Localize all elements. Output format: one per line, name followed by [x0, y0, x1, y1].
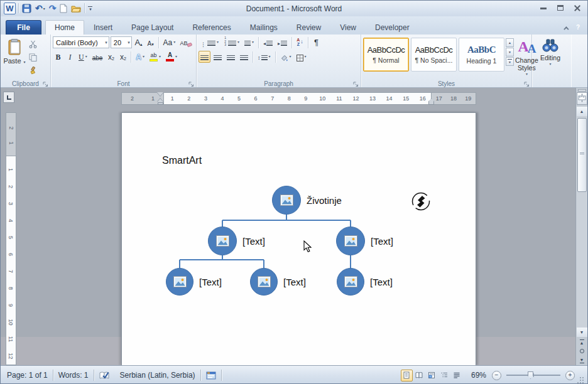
tab-references[interactable]: References: [183, 20, 240, 35]
style-normal[interactable]: AaBbCcDc ¶ Normal: [363, 38, 409, 72]
zoom-slider[interactable]: [506, 375, 560, 376]
cut-button[interactable]: [26, 39, 43, 50]
redo-button[interactable]: ↷: [48, 2, 57, 14]
picture-placeholder-icon[interactable]: [336, 227, 365, 255]
tab-file[interactable]: File: [6, 20, 41, 35]
grow-font-button[interactable]: A▴: [133, 36, 144, 48]
strikethrough-button[interactable]: abe: [90, 51, 105, 63]
zoom-slider-thumb[interactable]: [528, 371, 533, 379]
zoom-level[interactable]: 69%: [467, 368, 490, 383]
text-highlight-button[interactable]: ab ▾: [148, 51, 163, 63]
proofing-status-button[interactable]: [94, 368, 115, 383]
help-button[interactable]: ?: [573, 22, 583, 32]
justify-button[interactable]: [238, 51, 250, 63]
shrink-font-button[interactable]: A▾: [145, 36, 156, 48]
styles-more-button[interactable]: ▼: [506, 57, 514, 66]
zoom-out-button[interactable]: −: [492, 371, 501, 380]
italic-button[interactable]: I: [65, 51, 75, 63]
line-spacing-button[interactable]: ↕▾: [256, 51, 273, 63]
borders-button[interactable]: ▾: [295, 51, 308, 63]
tab-developer[interactable]: Developer: [366, 20, 419, 35]
smartart-node-l2-left[interactable]: [Text]: [208, 227, 265, 255]
align-left-button[interactable]: [199, 51, 210, 63]
scroll-up-button[interactable]: ▲: [577, 107, 587, 116]
smartart-node-label[interactable]: [Text]: [371, 236, 393, 247]
smartart-node-label[interactable]: Životinje: [307, 195, 342, 206]
format-painter-button[interactable]: [26, 65, 43, 76]
hanging-indent-marker[interactable]: [157, 95, 163, 102]
zoom-in-button[interactable]: +: [565, 371, 575, 380]
open-button[interactable]: [70, 2, 82, 14]
close-button[interactable]: [572, 4, 582, 13]
multilevel-list-button[interactable]: ▾: [242, 36, 256, 48]
smartart-node-l3-1[interactable]: [Text]: [166, 268, 222, 296]
editing-button[interactable]: Editing ▾: [534, 36, 567, 67]
styles-scroll-up-button[interactable]: ▲: [506, 38, 514, 47]
change-case-button[interactable]: Aa▾: [161, 36, 177, 48]
macro-record-button[interactable]: [201, 368, 221, 383]
minimize-ribbon-button[interactable]: [564, 23, 567, 32]
increase-indent-button[interactable]: ▸: [276, 36, 289, 48]
font-size-combo[interactable]: 20▾: [111, 36, 132, 48]
scroll-down-button[interactable]: ▼: [577, 328, 587, 337]
word-app-icon[interactable]: W: [4, 3, 16, 14]
smartart-node-l2-right[interactable]: [Text]: [336, 227, 393, 255]
tab-page-layout[interactable]: Page Layout: [122, 20, 183, 35]
scrollbar-thumb[interactable]: [577, 118, 587, 192]
new-document-button[interactable]: [59, 2, 68, 14]
draft-view-button[interactable]: [451, 370, 463, 381]
outline-view-button[interactable]: [438, 370, 450, 381]
shading-button[interactable]: ▾: [278, 51, 293, 63]
superscript-button[interactable]: x2: [117, 51, 128, 63]
next-page-button[interactable]: ▼: [577, 356, 587, 365]
document-page[interactable]: SmartArt Životinje [Text: [121, 112, 476, 365]
smartart-node-root[interactable]: Životinje: [272, 186, 342, 215]
scrollbar-track[interactable]: [577, 116, 587, 328]
fullscreen-reading-view-button[interactable]: [413, 370, 425, 381]
picture-placeholder-icon[interactable]: [337, 268, 364, 296]
tab-insert[interactable]: Insert: [84, 20, 122, 35]
minimize-button[interactable]: [538, 4, 548, 13]
subscript-button[interactable]: x2: [106, 51, 116, 63]
copy-button[interactable]: [26, 52, 43, 63]
word-count[interactable]: Words: 1: [53, 368, 94, 383]
decrease-indent-button[interactable]: ◂: [261, 36, 275, 48]
tab-home[interactable]: Home: [45, 20, 84, 35]
font-name-combo[interactable]: Calibri (Body)▾: [53, 36, 109, 48]
font-dialog-launcher[interactable]: [188, 80, 195, 87]
style-heading-1[interactable]: AaBbC Heading 1: [459, 38, 504, 72]
tab-view[interactable]: View: [330, 20, 366, 35]
smartart-node-label[interactable]: [Text]: [283, 277, 306, 287]
split-handle[interactable]: [578, 89, 586, 92]
bullets-button[interactable]: ⋮▾: [199, 36, 220, 48]
numbering-button[interactable]: 123▾: [222, 36, 241, 48]
paste-button[interactable]: Paste ▾: [3, 36, 26, 76]
styles-scroll-down-button[interactable]: ▼: [506, 48, 514, 56]
customize-qat-button[interactable]: ▾: [87, 2, 93, 14]
smartart-node-label[interactable]: [Text]: [242, 236, 265, 247]
clear-formatting-button[interactable]: AB: [178, 36, 194, 48]
page-indicator[interactable]: Page: 1 of 1: [2, 368, 53, 383]
paragraph-dialog-launcher[interactable]: [352, 80, 359, 87]
tab-review[interactable]: Review: [287, 20, 330, 35]
style-no-spacing[interactable]: AaBbCcDc ¶ No Spaci...: [411, 38, 457, 72]
underline-button[interactable]: U▾: [77, 51, 89, 63]
tab-mailings[interactable]: Mailings: [241, 20, 287, 35]
tab-stop-selector[interactable]: [3, 92, 14, 103]
left-indent-marker[interactable]: [158, 102, 163, 105]
horizontal-ruler[interactable]: 21 12345678910111213141516 171819: [121, 92, 476, 105]
picture-placeholder-icon[interactable]: [166, 268, 193, 296]
select-browse-object-button[interactable]: [577, 346, 587, 356]
show-hide-formatting-button[interactable]: ¶: [311, 36, 322, 48]
print-layout-view-button[interactable]: [401, 370, 413, 381]
web-layout-view-button[interactable]: [426, 370, 438, 381]
undo-button[interactable]: ↶ ▾: [35, 2, 46, 14]
picture-placeholder-icon[interactable]: [250, 268, 278, 296]
styles-dialog-launcher[interactable]: [523, 80, 530, 87]
picture-placeholder-icon[interactable]: [272, 186, 301, 215]
text-effects-button[interactable]: A▾: [134, 51, 146, 63]
previous-page-button[interactable]: ▲: [577, 337, 587, 346]
sort-button[interactable]: AZ ↓: [295, 36, 305, 48]
smartart-node-l3-3[interactable]: [Text]: [337, 268, 393, 296]
ruler-toggle-button[interactable]: [577, 92, 587, 105]
